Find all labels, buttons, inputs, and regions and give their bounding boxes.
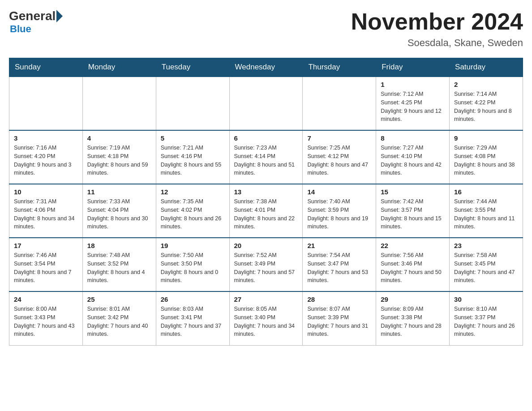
day-number: 12 [161,188,225,196]
day-info: Sunrise: 7:12 AMSunset: 4:25 PMDaylight:… [381,90,445,124]
logo-general-text: General [9,9,56,23]
day-info: Sunrise: 7:25 AMSunset: 4:12 PMDaylight:… [307,144,371,177]
day-number: 23 [454,242,518,249]
day-number: 2 [454,81,518,88]
calendar-header-row: Sunday Monday Tuesday Wednesday Thursday… [9,58,523,77]
day-info: Sunrise: 7:58 AMSunset: 3:45 PMDaylight:… [454,251,518,285]
day-number: 13 [234,188,298,196]
day-info: Sunrise: 7:19 AMSunset: 4:18 PMDaylight:… [87,144,151,177]
logo-arrow-icon [56,10,63,22]
day-number: 7 [307,134,371,142]
day-info: Sunrise: 7:23 AMSunset: 4:14 PMDaylight:… [234,144,298,177]
day-info: Sunrise: 7:52 AMSunset: 3:49 PMDaylight:… [234,251,298,285]
table-row: 8Sunrise: 7:27 AMSunset: 4:10 PMDaylight… [376,130,450,184]
table-row: 14Sunrise: 7:40 AMSunset: 3:59 PMDayligh… [303,184,376,238]
day-info: Sunrise: 7:54 AMSunset: 3:47 PMDaylight:… [307,251,371,285]
table-row: 3Sunrise: 7:16 AMSunset: 4:20 PMDaylight… [9,130,83,184]
day-number: 4 [87,134,151,142]
header-wednesday: Wednesday [229,58,303,77]
table-row: 18Sunrise: 7:48 AMSunset: 3:52 PMDayligh… [82,238,156,291]
day-info: Sunrise: 7:42 AMSunset: 3:57 PMDaylight:… [381,197,445,231]
day-info: Sunrise: 7:48 AMSunset: 3:52 PMDaylight:… [87,251,151,285]
day-info: Sunrise: 7:35 AMSunset: 4:02 PMDaylight:… [161,197,225,231]
day-info: Sunrise: 7:16 AMSunset: 4:20 PMDaylight:… [14,144,78,177]
day-number: 26 [161,295,225,303]
day-number: 17 [14,242,78,249]
table-row: 15Sunrise: 7:42 AMSunset: 3:57 PMDayligh… [376,184,450,238]
day-info: Sunrise: 8:03 AMSunset: 3:41 PMDaylight:… [161,305,225,338]
day-number: 8 [381,134,445,142]
day-number: 5 [161,134,225,142]
day-number: 10 [14,188,78,196]
day-info: Sunrise: 7:40 AMSunset: 3:59 PMDaylight:… [307,197,371,231]
table-row: 30Sunrise: 8:10 AMSunset: 3:37 PMDayligh… [450,291,523,345]
day-number: 24 [14,295,78,303]
day-info: Sunrise: 8:00 AMSunset: 3:43 PMDaylight:… [14,305,78,338]
table-row [9,77,83,130]
calendar-week-row-2: 3Sunrise: 7:16 AMSunset: 4:20 PMDaylight… [9,130,523,184]
day-info: Sunrise: 7:29 AMSunset: 4:08 PMDaylight:… [454,144,518,177]
table-row: 2Sunrise: 7:14 AMSunset: 4:22 PMDaylight… [450,77,523,130]
table-row [156,77,229,130]
table-row: 11Sunrise: 7:33 AMSunset: 4:04 PMDayligh… [82,184,156,238]
calendar-table: Sunday Monday Tuesday Wednesday Thursday… [9,58,523,346]
table-row: 28Sunrise: 8:07 AMSunset: 3:39 PMDayligh… [303,291,376,345]
table-row: 27Sunrise: 8:05 AMSunset: 3:40 PMDayligh… [229,291,303,345]
table-row: 16Sunrise: 7:44 AMSunset: 3:55 PMDayligh… [450,184,523,238]
day-info: Sunrise: 7:38 AMSunset: 4:01 PMDaylight:… [234,197,298,231]
day-info: Sunrise: 8:10 AMSunset: 3:37 PMDaylight:… [454,305,518,338]
day-number: 15 [381,188,445,196]
table-row: 23Sunrise: 7:58 AMSunset: 3:45 PMDayligh… [450,238,523,291]
day-number: 28 [307,295,371,303]
month-title: November 2024 [351,9,523,34]
day-info: Sunrise: 7:44 AMSunset: 3:55 PMDaylight:… [454,197,518,231]
table-row: 10Sunrise: 7:31 AMSunset: 4:06 PMDayligh… [9,184,83,238]
table-row: 22Sunrise: 7:56 AMSunset: 3:46 PMDayligh… [376,238,450,291]
day-info: Sunrise: 7:14 AMSunset: 4:22 PMDaylight:… [454,90,518,124]
day-number: 14 [307,188,371,196]
table-row: 1Sunrise: 7:12 AMSunset: 4:25 PMDaylight… [376,77,450,130]
calendar-week-row-1: 1Sunrise: 7:12 AMSunset: 4:25 PMDaylight… [9,77,523,130]
table-row: 4Sunrise: 7:19 AMSunset: 4:18 PMDaylight… [82,130,156,184]
day-info: Sunrise: 8:07 AMSunset: 3:39 PMDaylight:… [307,305,371,338]
table-row: 9Sunrise: 7:29 AMSunset: 4:08 PMDaylight… [450,130,523,184]
table-row: 20Sunrise: 7:52 AMSunset: 3:49 PMDayligh… [229,238,303,291]
day-info: Sunrise: 8:01 AMSunset: 3:42 PMDaylight:… [87,305,151,338]
table-row: 17Sunrise: 7:46 AMSunset: 3:54 PMDayligh… [9,238,83,291]
day-number: 25 [87,295,151,303]
header-friday: Friday [376,58,450,77]
day-number: 11 [87,188,151,196]
day-info: Sunrise: 7:56 AMSunset: 3:46 PMDaylight:… [381,251,445,285]
day-info: Sunrise: 8:09 AMSunset: 3:38 PMDaylight:… [381,305,445,338]
table-row [82,77,156,130]
header-thursday: Thursday [303,58,376,77]
location-title: Soesdala, Skane, Sweden [351,37,523,49]
table-row: 5Sunrise: 7:21 AMSunset: 4:16 PMDaylight… [156,130,229,184]
logo[interactable]: General Blue [9,9,64,35]
day-info: Sunrise: 7:27 AMSunset: 4:10 PMDaylight:… [381,144,445,177]
header-saturday: Saturday [450,58,523,77]
day-number: 1 [381,81,445,88]
day-number: 16 [454,188,518,196]
day-number: 9 [454,134,518,142]
day-number: 29 [381,295,445,303]
day-info: Sunrise: 7:50 AMSunset: 3:50 PMDaylight:… [161,251,225,285]
table-row: 7Sunrise: 7:25 AMSunset: 4:12 PMDaylight… [303,130,376,184]
calendar-week-row-3: 10Sunrise: 7:31 AMSunset: 4:06 PMDayligh… [9,184,523,238]
day-number: 3 [14,134,78,142]
table-row: 24Sunrise: 8:00 AMSunset: 3:43 PMDayligh… [9,291,83,345]
day-number: 22 [381,242,445,249]
calendar-week-row-5: 24Sunrise: 8:00 AMSunset: 3:43 PMDayligh… [9,291,523,345]
table-row: 13Sunrise: 7:38 AMSunset: 4:01 PMDayligh… [229,184,303,238]
table-row: 26Sunrise: 8:03 AMSunset: 3:41 PMDayligh… [156,291,229,345]
day-number: 20 [234,242,298,249]
table-row: 25Sunrise: 8:01 AMSunset: 3:42 PMDayligh… [82,291,156,345]
day-info: Sunrise: 7:21 AMSunset: 4:16 PMDaylight:… [161,144,225,177]
header-sunday: Sunday [9,58,83,77]
table-row: 12Sunrise: 7:35 AMSunset: 4:02 PMDayligh… [156,184,229,238]
header-monday: Monday [82,58,156,77]
logo-blue-text: Blue [10,23,31,35]
day-number: 27 [234,295,298,303]
title-section: November 2024 Soesdala, Skane, Sweden [351,9,523,49]
day-number: 21 [307,242,371,249]
